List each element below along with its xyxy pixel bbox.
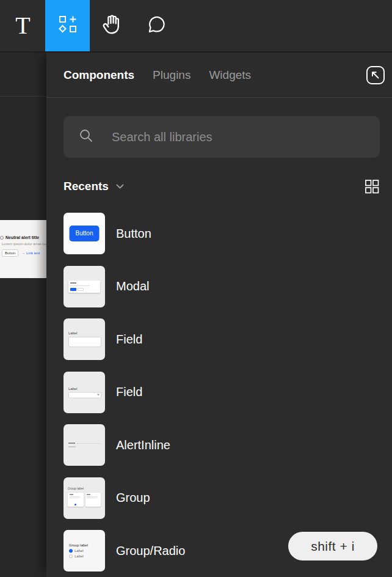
component-thumbnail-alertinline (64, 424, 105, 466)
component-item-group[interactable]: Group label Group (64, 477, 392, 519)
component-label: Field (116, 333, 142, 347)
component-item-field[interactable]: Label Field (64, 318, 392, 360)
component-label: Group/Radio (116, 544, 185, 558)
alert-link: → Link text (21, 251, 40, 255)
component-label: AlertInline (116, 438, 170, 452)
toolbar: T (0, 0, 392, 53)
canvas-frame-edge (0, 96, 46, 97)
recents-dropdown[interactable]: Recents (64, 180, 125, 193)
grid-icon (364, 178, 380, 194)
component-thumbnail-modal (64, 266, 105, 307)
alertinline-preview (68, 443, 100, 447)
component-item-button[interactable]: Button Button (64, 213, 392, 254)
group-radio-preview: Group label Label Label (69, 543, 88, 558)
alert-button: Button (2, 249, 18, 257)
component-item-modal[interactable]: Modal (64, 266, 392, 307)
library-search[interactable] (64, 116, 380, 158)
keyboard-shortcut-hint: shift + i (288, 532, 377, 560)
components-icon (57, 14, 79, 37)
canvas-alert-component-preview: Neutral alert title Lorem ipsum dolor am… (0, 220, 46, 278)
field-preview: Label (68, 331, 101, 347)
alert-info-icon (0, 236, 4, 240)
search-icon (78, 128, 95, 147)
panel-tab-bar: Components Plugins Widgets (46, 53, 392, 98)
comments-tool-button[interactable] (134, 0, 179, 51)
alert-body-text: Lorem ipsum dolor amet consect (2, 242, 46, 246)
tab-plugins[interactable]: Plugins (153, 68, 191, 82)
components-tool-button[interactable] (45, 0, 90, 51)
component-label: Button (116, 227, 151, 241)
section-title: Recents (64, 180, 109, 193)
text-tool-icon: T (15, 13, 30, 38)
recents-component-list: Button Button Modal (64, 213, 392, 571)
radio-unselected-icon (69, 554, 73, 558)
tab-components[interactable]: Components (64, 68, 134, 82)
field-select-preview: Label (68, 386, 101, 398)
comment-bubble-icon (146, 13, 168, 38)
search-input[interactable] (112, 130, 370, 144)
component-label: Group (116, 491, 150, 505)
hand-icon (101, 13, 124, 39)
radio-selected-icon (69, 549, 73, 553)
open-in-new-button[interactable] (366, 65, 385, 85)
grid-view-toggle[interactable] (364, 178, 380, 194)
component-label: Field (116, 385, 142, 399)
component-label: Modal (116, 279, 149, 293)
text-tool-button[interactable]: T (1, 0, 45, 51)
tab-widgets[interactable]: Widgets (209, 68, 251, 82)
canvas-background: Neutral alert title Lorem ipsum dolor am… (0, 53, 46, 577)
hand-tool-button[interactable] (90, 0, 134, 51)
component-thumbnail-group-radio: Group label Label Label (64, 530, 105, 571)
component-item-alertinline[interactable]: AlertInline (64, 424, 392, 466)
component-thumbnail-group: Group label (64, 477, 105, 519)
modal-preview (68, 281, 100, 293)
button-preview: Button (70, 226, 100, 241)
component-item-field-select[interactable]: Label Field (64, 372, 392, 413)
arrow-up-left-icon (366, 65, 385, 85)
component-thumbnail-button: Button (64, 213, 105, 254)
select-caret-icon (97, 394, 100, 395)
component-thumbnail-field-select: Label (64, 372, 105, 413)
group-preview: Group label (68, 487, 101, 507)
assets-panel: Components Plugins Widgets Re (46, 53, 392, 577)
section-header: Recents (64, 177, 380, 196)
figma-assets-panel-screen: T (0, 0, 392, 577)
component-thumbnail-field: Label (64, 318, 105, 360)
alert-title: Neutral alert title (5, 235, 39, 240)
chevron-down-icon (115, 181, 125, 192)
